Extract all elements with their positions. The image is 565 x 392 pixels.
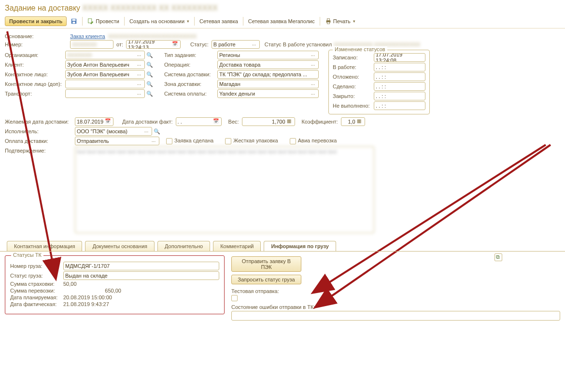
- label-test-send: Тестовая отправка:: [231, 288, 279, 294]
- label-transport: Транспорт:: [5, 91, 65, 97]
- executor-input[interactable]: ООО "ПЭК" (москва)...: [75, 127, 152, 136]
- fieldset-tk-title: Статусы ТК: [11, 252, 43, 258]
- ellipsis-icon[interactable]: ...: [250, 41, 258, 48]
- tab-contact-info[interactable]: Контактная информация: [7, 241, 82, 251]
- label-recorded: Записано:: [333, 55, 374, 60]
- post-and-close-button[interactable]: Провести и закрыть: [5, 16, 67, 26]
- floppy-icon: [71, 18, 77, 25]
- label-done: Сделано:: [333, 84, 374, 89]
- ellipsis-icon[interactable]: ...: [135, 70, 143, 78]
- link-icon[interactable]: [494, 253, 502, 261]
- svg-rect-6: [73, 22, 75, 24]
- label-error-state: Состояние ошибки отправки в ТК:: [231, 304, 315, 310]
- nomer-input[interactable]: XXXXXXX: [70, 40, 113, 49]
- network-request-button[interactable]: Сетевая заявка: [197, 17, 241, 26]
- save-button[interactable]: [68, 16, 80, 26]
- magnifier-icon[interactable]: 🔍: [145, 71, 155, 78]
- label-weight: Вес:: [228, 119, 239, 125]
- confirmation-textarea[interactable]: text text text text text text text text …: [75, 146, 374, 233]
- koef-input[interactable]: 1,0▦: [341, 117, 365, 126]
- magnifier-icon[interactable]: 🔍: [145, 62, 155, 68]
- svg-rect-7: [88, 19, 92, 23]
- hard-pack-checkbox[interactable]: [225, 138, 231, 144]
- ellipsis-icon[interactable]: ...: [135, 90, 143, 98]
- ellipsis-icon[interactable]: ...: [309, 90, 317, 98]
- magnifier-icon[interactable]: 🔍: [145, 52, 155, 58]
- ellipsis-icon[interactable]: ...: [135, 61, 143, 69]
- postponed-input[interactable]: . . : :: [374, 72, 425, 81]
- ellipsis-icon[interactable]: ...: [150, 137, 157, 145]
- post-icon: [87, 18, 94, 25]
- send-request-pek-button[interactable]: Отправить заявку В ПЭК: [231, 256, 301, 272]
- magnifier-icon[interactable]: 🔍: [152, 128, 162, 135]
- label-plan-date: Дата планируемая:: [10, 294, 63, 300]
- magnifier-icon[interactable]: 🔍: [145, 81, 155, 87]
- ellipsis-icon[interactable]: ...: [142, 127, 150, 135]
- label-confirmation: Подтверждение:: [5, 146, 75, 154]
- ellipsis-icon[interactable]: ...: [309, 80, 317, 88]
- print-button[interactable]: Печать: [322, 16, 358, 26]
- magnifier-icon[interactable]: 🔍: [145, 91, 155, 97]
- closed-input[interactable]: . . : :: [374, 92, 425, 100]
- calendar-icon[interactable]: 📅: [212, 118, 220, 126]
- ellipsis-icon[interactable]: ...: [135, 80, 143, 88]
- window-title: Задание на доставку XXXXX XXXXXXXXX XX X…: [0, 0, 565, 14]
- tab-cargo-info[interactable]: Информация по грузу: [264, 241, 336, 251]
- weight-input[interactable]: 1,700▦: [242, 117, 295, 126]
- label-hard-pack: Жесткая упаковка: [233, 138, 278, 143]
- contact-input[interactable]: Зубов Антон Валерьевич...: [65, 70, 145, 79]
- ellipsis-icon[interactable]: ...: [135, 51, 143, 59]
- tab-additional[interactable]: Дополнительно: [157, 241, 210, 251]
- fact-date-input[interactable]: . .📅: [176, 117, 222, 126]
- delivery-zone-input[interactable]: Магадан...: [217, 80, 319, 88]
- create-based-button[interactable]: Создать на основании: [127, 17, 192, 26]
- calc-icon[interactable]: ▦: [355, 118, 363, 126]
- tab-bar: Контактная информация Документы основани…: [0, 241, 565, 251]
- request-done-checkbox[interactable]: [166, 138, 172, 144]
- test-send-checkbox[interactable]: [231, 295, 238, 301]
- transport-input[interactable]: ...: [65, 89, 145, 98]
- status-change-fieldset: Изменение статусов Записано:17.07.2019 1…: [328, 50, 430, 114]
- tk-status-box: Статусы ТК Номер груза:МДМСДЯГ-1/1707 Ст…: [5, 255, 225, 314]
- ellipsis-icon[interactable]: ...: [309, 61, 317, 69]
- done-input[interactable]: . . : :: [374, 82, 425, 91]
- label-delivery-payment: Оплата доставки:: [5, 138, 75, 144]
- not-done-input[interactable]: . . : :: [374, 101, 425, 110]
- label-request-done: Заявка сделана: [174, 138, 213, 143]
- avia-checkbox[interactable]: [290, 138, 296, 144]
- svg-rect-5: [72, 19, 76, 21]
- contact-dop-input[interactable]: ...: [65, 80, 145, 88]
- delivery-system-input[interactable]: ТК "ПЭК" (до склада; предоплата ...: [217, 70, 319, 79]
- error-state-input[interactable]: [231, 311, 560, 321]
- recorded-input[interactable]: 17.07.2019 13:24:08: [374, 53, 425, 62]
- operation-input[interactable]: Доставка товара...: [217, 60, 319, 69]
- date-input[interactable]: 17.07.2019 13:24:13📅: [126, 40, 181, 49]
- calc-icon[interactable]: ▦: [285, 118, 293, 126]
- organization-input[interactable]: XXXXXXX...: [65, 51, 145, 59]
- tab-documents[interactable]: Документы основания: [85, 241, 155, 251]
- desired-date-input[interactable]: 18.07.2019📅: [75, 117, 113, 126]
- calendar-icon[interactable]: 📅: [171, 41, 179, 48]
- label-shipping-sum: Сумма перевозки:: [10, 288, 63, 294]
- label-desired-date: Желаемая дата доставки:: [5, 119, 75, 125]
- payment-system-input[interactable]: Yandex деньги...: [217, 89, 319, 98]
- cargo-status-input[interactable]: Выдан на складе: [63, 271, 219, 280]
- label-koef: Коэффициент:: [302, 119, 338, 125]
- calendar-icon[interactable]: 📅: [104, 118, 112, 126]
- label-delivery-zone: Зона доставки:: [164, 81, 217, 87]
- type-task-input[interactable]: Регионы...: [217, 51, 319, 59]
- client-input[interactable]: Зубов Антон Валерьевич...: [65, 60, 145, 69]
- request-cargo-status-button[interactable]: Запросить статус груза: [231, 275, 301, 284]
- network-request-megapolis-button[interactable]: Сетевая заявка Мегаполис: [245, 17, 318, 26]
- cargo-number-input[interactable]: МДМСДЯГ-1/1707: [63, 262, 219, 270]
- ellipsis-icon[interactable]: ...: [309, 51, 317, 59]
- order-link[interactable]: Заказ клиента: [70, 33, 105, 39]
- label-operation: Операция:: [164, 62, 217, 68]
- tab-comment[interactable]: Комментарий: [213, 241, 261, 251]
- label-cargo-number: Номер груза:: [10, 263, 63, 269]
- delivery-payment-input[interactable]: Отправитель...: [75, 137, 159, 145]
- status-input[interactable]: В работе...: [212, 40, 260, 49]
- provesti-button[interactable]: Провести: [85, 16, 122, 26]
- in-work-input[interactable]: . . : :: [374, 63, 425, 71]
- svg-rect-10: [327, 22, 329, 24]
